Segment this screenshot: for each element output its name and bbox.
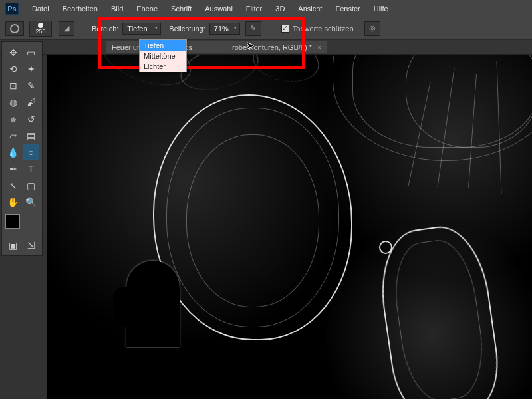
range-option-mitteltoene[interactable]: Mitteltöne [140,51,186,61]
exposure-field[interactable]: 71% ▾ [209,23,240,35]
brush-panel-icon: ◢ [64,24,69,33]
protect-tones-label: Tonwerte schützen [293,25,354,33]
pressure-toggle[interactable]: ◎ [364,21,380,36]
screenmode-toggle[interactable]: ⇲ [23,237,39,253]
protect-tones-checkbox[interactable] [281,25,289,33]
ps-logo-icon: Ps [5,3,19,15]
menu-auswahl[interactable]: Auswahl [198,2,239,15]
type-tool[interactable]: T [23,161,39,176]
range-dropdown[interactable]: Tiefen ▾ [122,23,161,35]
airbrush-toggle[interactable]: ✎ [245,21,261,36]
foreground-swatch[interactable] [5,214,20,229]
range-option-lichter[interactable]: Lichter [140,61,186,72]
dodge-tool[interactable]: ○ [23,144,39,160]
crop-tool[interactable]: ⊡ [5,78,21,93]
menu-bearbeiten[interactable]: Bearbeiten [56,2,104,15]
color-swatches[interactable] [4,213,40,234]
options-bar: 256 ◢ Bereich: Tiefen ▾ Belichtung: 71% … [0,17,532,40]
document-tab-title-right: robe Konturen, RGB/8) * [232,43,312,51]
dodge-icon [10,24,19,33]
pressure-icon: ◎ [369,24,376,33]
exposure-label: Belichtung: [169,25,205,33]
menu-ansicht[interactable]: Ansicht [291,2,329,15]
range-value: Tiefen [127,25,147,33]
path-select-tool[interactable]: ↖ [5,178,21,193]
range-label: Bereich: [92,25,118,33]
airbrush-icon: ✎ [250,24,256,33]
brush-panel-toggle[interactable]: ◢ [59,21,74,36]
healing-brush-tool[interactable]: ◍ [5,94,21,110]
selection-tool[interactable]: ▭ [23,45,39,60]
menu-bar: Ps Datei Bearbeiten Bild Ebene Schrift A… [0,0,532,17]
menu-3d[interactable]: 3D [269,2,291,15]
close-icon[interactable]: × [317,43,321,51]
brush-dot-icon [38,23,43,28]
document-tab-bar: Feuer und Eis by MDI.ps robe Konturen, R… [0,40,532,55]
canvas[interactable] [47,55,532,399]
magic-wand-tool[interactable]: ✦ [23,61,39,76]
menu-filter[interactable]: Filter [239,2,269,15]
gradient-tool[interactable]: ▤ [23,128,39,143]
brush-size-value: 256 [35,28,45,35]
lasso-tool[interactable]: ⟲ [5,61,21,76]
range-option-tiefen[interactable]: Tiefen [140,40,186,51]
pen-tool[interactable]: ✒ [5,161,21,176]
quickmask-toggle[interactable]: ▣ [5,237,21,253]
menu-schrift[interactable]: Schrift [164,2,198,15]
history-brush-tool[interactable]: ↺ [23,111,39,126]
chevron-down-icon: ▾ [234,25,237,31]
menu-datei[interactable]: Datei [25,2,56,15]
tool-preset-picker[interactable] [5,21,24,36]
eraser-tool[interactable]: ▱ [5,128,21,143]
zoom-tool[interactable]: 🔍 [23,194,39,209]
brush-preset-picker[interactable]: 256 [29,21,52,37]
chevron-down-icon: ▾ [155,25,158,31]
menu-bild[interactable]: Bild [104,2,130,15]
toolbox: ✥▭ ⟲✦ ⊡✎ ◍🖌 ⎈↺ ▱▤ 💧○ ✒T ↖▢ ✋🔍 ▣⇲ [1,41,43,256]
range-dropdown-menu: Tiefen Mitteltöne Lichter [139,39,187,72]
stamp-tool[interactable]: ⎈ [5,111,21,126]
exposure-value: 71% [214,25,229,33]
move-tool[interactable]: ✥ [5,45,21,60]
menu-fenster[interactable]: Fenster [329,2,366,15]
shape-tool[interactable]: ▢ [23,178,39,193]
eyedropper-tool[interactable]: ✎ [23,78,39,93]
blur-tool[interactable]: 💧 [5,144,21,160]
menu-hilfe[interactable]: Hilfe [367,2,395,15]
menu-ebene[interactable]: Ebene [130,2,164,15]
hand-tool[interactable]: ✋ [5,194,21,209]
brush-tool[interactable]: 🖌 [23,94,39,110]
